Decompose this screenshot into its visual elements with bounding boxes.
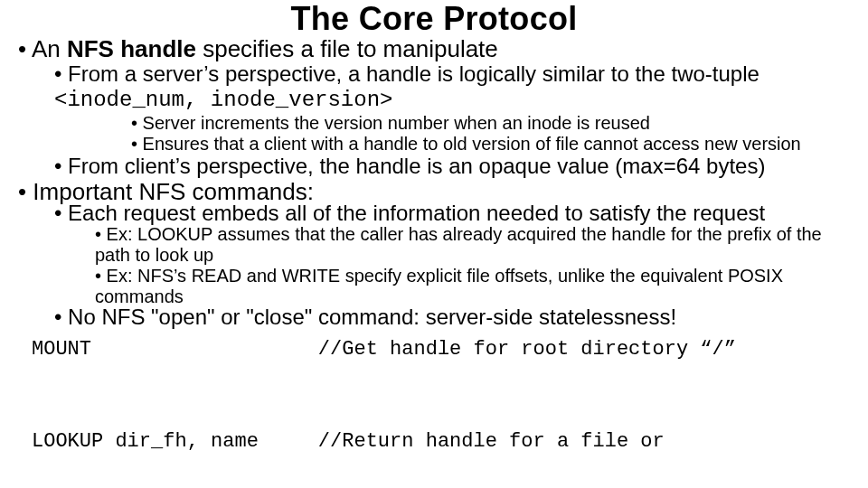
- text-bold: NFS handle: [67, 35, 196, 62]
- code-mount: MOUNT: [32, 338, 91, 361]
- bullet-each-request: Each request embeds all of the informati…: [54, 202, 850, 226]
- text: An: [32, 35, 67, 62]
- slide: The Core Protocol An NFS handle specifie…: [0, 2, 868, 488]
- code-mount-comment: //Get handle for root directory “/”: [318, 338, 736, 361]
- bullet-ex-read-write: Ex: NFS’s READ and WRITE specify explici…: [95, 266, 850, 307]
- bullet-no-open-close: No NFS "open" or "close" command: server…: [54, 305, 850, 330]
- bullet-list-lower: Each request embeds all of the informati…: [18, 202, 850, 226]
- bullet-nfs-handle: An NFS handle specifies a file to manipu…: [18, 36, 850, 179]
- slide-title: The Core Protocol: [18, 2, 850, 36]
- bullet-ex-lookup: Ex: LOOKUP assumes that the caller has a…: [95, 224, 850, 266]
- text: specifies a file to manipulate: [196, 35, 498, 62]
- bullet-version-increment: Server increments the version number whe…: [131, 113, 850, 134]
- bullet-list-lower2: No NFS "open" or "close" command: server…: [18, 305, 850, 330]
- bullet-server-perspective: From a server’s perspective, a handle is…: [54, 62, 850, 155]
- bullet-client-perspective: From client’s perspective, the handle is…: [54, 155, 850, 179]
- bullet-list: An NFS handle specifies a file to manipu…: [18, 36, 850, 205]
- bullet-list-lower-sub: Ex: LOOKUP assumes that the caller has a…: [18, 224, 850, 307]
- code-lookup-comment: //Return handle for a file or: [318, 430, 665, 453]
- text: From a server’s perspective, a handle is…: [68, 61, 760, 86]
- code-inline: <inode_num, inode_version>: [54, 88, 392, 112]
- bullet-old-version: Ensures that a client with a handle to o…: [131, 134, 850, 155]
- code-lookup: LOOKUP dir_fh, name: [32, 430, 259, 453]
